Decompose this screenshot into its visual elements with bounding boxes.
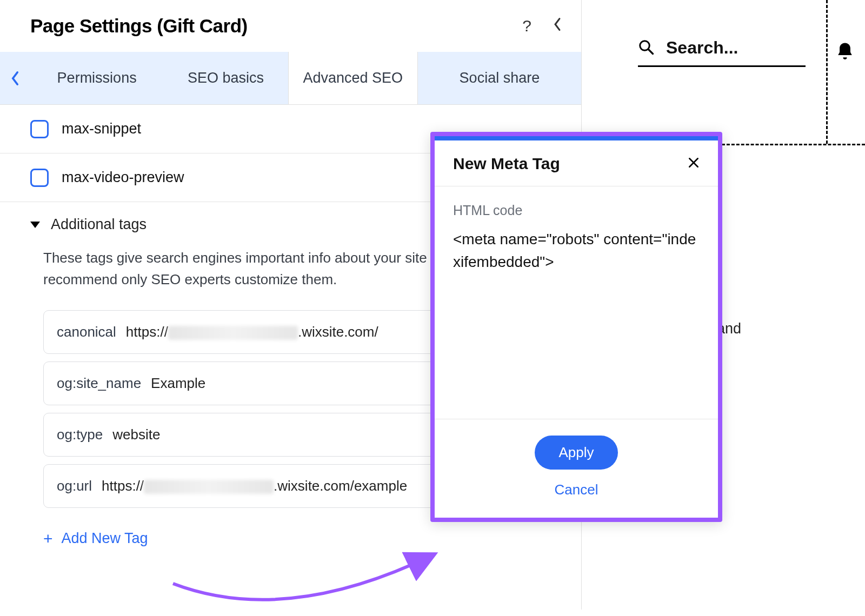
search-icon xyxy=(638,39,654,57)
search-input[interactable]: Search... xyxy=(638,38,806,67)
checkbox-icon[interactable] xyxy=(30,120,49,138)
modal-body: HTML code <meta name="robots" content="i… xyxy=(435,186,718,419)
tab-label: SEO basics xyxy=(188,69,264,88)
tabs-bar: Permissions SEO basics Advanced SEO Soci… xyxy=(0,52,581,105)
redacted-text xyxy=(144,480,274,494)
modal-title: New Meta Tag xyxy=(453,155,560,173)
panel-header: Page Settings (Gift Card) ? xyxy=(0,0,581,52)
checkbox-label: max-video-preview xyxy=(62,169,184,186)
tag-value: Example xyxy=(151,375,205,392)
tag-key: og:url xyxy=(57,478,92,494)
html-code-input[interactable]: <meta name="robots" content="indexifembe… xyxy=(453,228,700,273)
crop-guide-vertical xyxy=(826,0,828,144)
search-placeholder: Search... xyxy=(666,38,738,58)
help-icon[interactable]: ? xyxy=(522,17,531,35)
top-right-header: Search... xyxy=(638,38,854,67)
tab-social-share[interactable]: Social share xyxy=(418,52,581,104)
modal-header: New Meta Tag xyxy=(435,140,718,186)
tag-value: https://.wixsite.com/example xyxy=(102,478,407,494)
add-new-tag-button[interactable]: + Add New Tag xyxy=(43,530,551,548)
notifications-bell-icon[interactable] xyxy=(836,41,854,64)
svg-line-1 xyxy=(648,49,653,54)
apply-button[interactable]: Apply xyxy=(535,436,617,470)
tag-key: og:type xyxy=(57,426,103,443)
caret-down-icon xyxy=(30,222,40,228)
panel-header-actions: ? xyxy=(522,17,562,35)
tab-label: Permissions xyxy=(57,69,137,88)
close-icon[interactable] xyxy=(688,157,700,171)
modal-field-label: HTML code xyxy=(453,203,700,218)
checkbox-icon[interactable] xyxy=(30,169,49,187)
cancel-button[interactable]: Cancel xyxy=(555,481,598,498)
tag-value: website xyxy=(112,426,160,443)
additional-tags-title: Additional tags xyxy=(51,216,147,233)
tab-seo-basics[interactable]: SEO basics xyxy=(163,52,288,104)
tab-advanced-seo[interactable]: Advanced SEO xyxy=(288,52,418,104)
tabs-scroll-left-icon[interactable] xyxy=(0,52,30,104)
new-meta-tag-modal: New Meta Tag HTML code <meta name="robot… xyxy=(430,132,722,522)
close-panel-chevron-icon[interactable] xyxy=(553,17,562,35)
panel-title: Page Settings (Gift Card) xyxy=(30,15,248,37)
tab-label: Social share xyxy=(460,69,540,88)
modal-footer: Apply Cancel xyxy=(435,419,718,518)
tab-permissions[interactable]: Permissions xyxy=(30,52,163,104)
plus-icon: + xyxy=(43,530,53,548)
redacted-text xyxy=(168,326,298,340)
tag-key: og:site_name xyxy=(57,375,141,392)
modal-accent-bar xyxy=(435,136,718,140)
tag-key: canonical xyxy=(57,324,116,340)
tag-value: https://.wixsite.com/ xyxy=(126,324,378,340)
checkbox-label: max-snippet xyxy=(62,120,141,137)
add-new-tag-label: Add New Tag xyxy=(62,530,148,547)
tab-label: Advanced SEO xyxy=(303,69,403,88)
